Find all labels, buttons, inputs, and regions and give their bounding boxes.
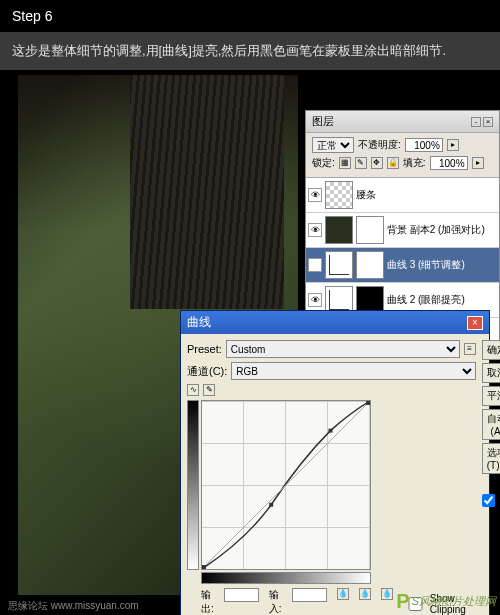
layer-row[interactable]: 👁 腰条 [306,178,499,213]
fill-input[interactable] [430,156,468,170]
output-input[interactable] [224,588,259,602]
blend-mode-select[interactable]: 正常 [312,137,354,153]
instruction-text: 这步是整体细节的调整,用[曲线]提亮,然后用黑色画笔在蒙板里涂出暗部细节. [0,32,500,70]
svg-rect-2 [269,503,273,507]
eyedropper-black-icon[interactable]: 💧 [337,588,349,600]
svg-rect-1 [202,565,206,569]
lock-move-icon[interactable]: ✥ [371,157,383,169]
visibility-icon[interactable]: 👁 [308,223,322,237]
preset-select[interactable]: Custom [226,340,460,358]
close-icon[interactable]: × [467,316,483,330]
layer-thumb[interactable] [325,216,353,244]
opacity-arrow-icon[interactable]: ▸ [447,139,459,151]
input-gradient [201,572,371,584]
pencil-tool-icon[interactable]: ✎ [203,384,215,396]
layers-panel-title-bar[interactable]: 图层 - × [306,111,499,133]
visibility-icon[interactable]: 👁 [308,258,322,272]
opacity-label: 不透明度: [358,138,401,152]
step-header: Step 6 [0,0,500,32]
lock-transparent-icon[interactable]: ▦ [339,157,351,169]
smooth-button[interactable]: 平滑 [482,386,500,406]
close-icon[interactable]: × [483,117,493,127]
output-label: 输出: [201,588,214,615]
curves-dialog: 曲线 × Preset: Custom ≡ 通道(C): RGB ∿ ✎ [180,310,490,615]
panel-window-controls: - × [471,117,493,127]
layer-thumb[interactable] [325,181,353,209]
lock-paint-icon[interactable]: ✎ [355,157,367,169]
output-gradient [187,400,199,570]
curves-graph[interactable] [201,400,371,570]
svg-rect-4 [366,401,370,405]
channel-label: 通道(C): [187,364,227,379]
opacity-input[interactable] [405,138,443,152]
input-input[interactable] [292,588,327,602]
layer-mask-thumb[interactable] [356,251,384,279]
preset-menu-icon[interactable]: ≡ [464,343,476,355]
visibility-icon[interactable]: 👁 [308,293,322,307]
layer-mask-thumb[interactable] [356,216,384,244]
layer-name: 曲线 2 (眼部提亮) [387,293,497,307]
eyedropper-gray-icon[interactable]: 💧 [359,588,371,600]
layer-row-selected[interactable]: 👁 曲线 3 (细节调整) [306,248,499,283]
ok-button[interactable]: 确定 [482,340,500,360]
fill-label: 填充: [403,156,426,170]
lock-label: 锁定: [312,156,335,170]
layer-name: 曲线 3 (细节调整) [387,258,497,272]
svg-rect-3 [328,429,332,433]
layer-name: 腰条 [356,188,497,202]
watermark-right: PS风格图片处理网 [396,590,496,613]
options-button[interactable]: 选项(T)... [482,443,500,474]
layer-name: 背景 副本2 (加强对比) [387,223,497,237]
lock-all-icon[interactable]: 🔒 [387,157,399,169]
input-label: 输入: [269,588,282,615]
cancel-button[interactable]: 取消 [482,363,500,383]
preview-check[interactable]: 预览(P) [482,481,500,520]
preset-label: Preset: [187,343,222,355]
fill-arrow-icon[interactable]: ▸ [472,157,484,169]
layer-row[interactable]: 👁 背景 副本2 (加强对比) [306,213,499,248]
layer-controls: 正常 不透明度: ▸ 锁定: ▦ ✎ ✥ 🔒 填充: ▸ [306,133,499,178]
svg-line-0 [202,401,370,569]
curves-title: 曲线 [187,314,211,331]
point-tool-icon[interactable]: ∿ [187,384,199,396]
curve-line[interactable] [202,401,370,569]
layer-thumb[interactable] [325,251,353,279]
eyedropper-white-icon[interactable]: 💧 [381,588,393,600]
auto-button[interactable]: 自动(A) [482,409,500,440]
minimize-icon[interactable]: - [471,117,481,127]
channel-select[interactable]: RGB [231,362,475,380]
watermark-left: 思缘论坛 www.missyuan.com [8,599,139,613]
curves-title-bar[interactable]: 曲线 × [181,311,489,334]
layers-panel-title: 图层 [312,114,334,129]
visibility-icon[interactable]: 👁 [308,188,322,202]
